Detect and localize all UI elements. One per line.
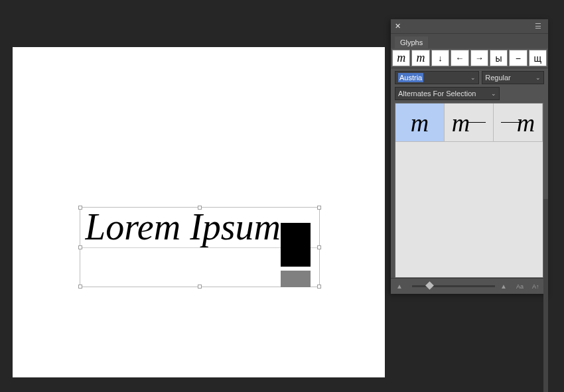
artboard: Lorem Ipsum — [13, 47, 385, 377]
handle-bot-left[interactable] — [78, 285, 82, 289]
chevron-down-icon: ⌄ — [535, 74, 541, 81]
font-preview-icon[interactable]: Aa — [516, 283, 527, 290]
recent-glyph-arrow-left[interactable]: ← — [451, 50, 468, 66]
handle-mid-right[interactable] — [317, 245, 321, 249]
text-caret-area — [281, 271, 311, 287]
panel-header[interactable]: ✕ ☰ — [391, 19, 548, 34]
scrollbar-vertical[interactable] — [543, 199, 548, 392]
glyph-cell-empty — [395, 180, 543, 219]
tab-glyphs[interactable]: Glyphs — [395, 36, 428, 48]
glyph-cell-empty — [395, 219, 543, 257]
recent-glyph[interactable]: m — [392, 50, 410, 66]
zoom-slider[interactable] — [412, 285, 495, 287]
recent-glyphs-row: m m ↓ ← → ы − щ — [391, 48, 548, 68]
chevron-down-icon: ⌄ — [470, 74, 476, 81]
handle-bot-mid[interactable] — [198, 285, 202, 289]
handle-bot-right[interactable] — [317, 285, 321, 289]
recent-glyph[interactable]: щ — [529, 50, 547, 66]
script-text-svg: Lorem Ipsum — [85, 206, 311, 253]
font-increase-icon[interactable]: A↑ — [532, 283, 543, 290]
text-frame[interactable]: Lorem Ipsum — [80, 207, 320, 287]
glyph-cell[interactable]: m — [395, 103, 445, 142]
recent-glyph-arrow-down[interactable]: ↓ — [431, 50, 449, 66]
panel-controls: Austria ⌄ Regular ⌄ Alternates For Selec… — [391, 68, 548, 103]
glyph-cell-empty — [395, 142, 543, 180]
glyph-cell[interactable]: m — [445, 103, 494, 142]
glyph-cell-empty — [395, 257, 543, 277]
svg-text:Lorem Ipsum: Lorem Ipsum — [85, 206, 281, 247]
recent-glyph[interactable]: − — [509, 50, 527, 66]
font-weight-value: Regular — [485, 74, 511, 82]
glyph-subset-select[interactable]: Alternates For Selection ⌄ — [395, 87, 500, 100]
zoom-out-icon[interactable]: ▲ — [396, 283, 407, 290]
font-family-select[interactable]: Austria ⌄ — [395, 71, 479, 84]
zoom-in-icon[interactable]: ▲ — [500, 283, 511, 290]
handle-top-right[interactable] — [317, 206, 321, 210]
glyph-subset-value: Alternates For Selection — [398, 90, 476, 98]
slider-knob[interactable] — [425, 281, 434, 290]
handle-mid-left[interactable] — [78, 245, 82, 249]
recent-glyph[interactable]: m — [411, 50, 429, 66]
text-content[interactable]: Lorem Ipsum — [85, 206, 311, 255]
recent-glyph[interactable]: ы — [490, 50, 508, 66]
panel-tabs: Glyphs — [391, 34, 548, 48]
glyphs-panel: ✕ ☰ Glyphs m m ↓ ← → ы − щ Austria ⌄ Reg… — [391, 19, 548, 294]
close-icon[interactable]: ✕ — [395, 22, 403, 31]
glyph-grid: m m m — [395, 103, 543, 278]
chevron-down-icon: ⌄ — [491, 90, 496, 97]
panel-menu-icon[interactable]: ☰ — [535, 22, 544, 31]
panel-footer: ▲ ▲ Aa A↑ — [391, 278, 548, 294]
recent-glyph-arrow-right[interactable]: → — [470, 50, 488, 66]
font-weight-select[interactable]: Regular ⌄ — [482, 71, 544, 84]
glyph-cell[interactable]: m — [494, 103, 543, 142]
font-family-value: Austria — [398, 73, 423, 82]
handle-top-left[interactable] — [78, 206, 82, 210]
